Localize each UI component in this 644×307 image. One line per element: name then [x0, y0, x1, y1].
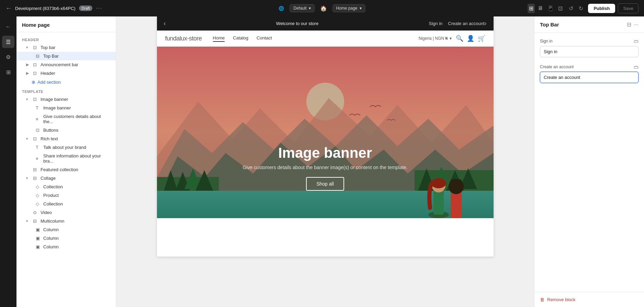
- image-banner-sub-item[interactable]: T Image banner: [16, 104, 116, 112]
- panel-copy-icon[interactable]: ⊟: [627, 21, 631, 28]
- cart-icon[interactable]: 🛒: [478, 35, 485, 42]
- banner-text-overlay: Image banner Give customers details abou…: [157, 145, 494, 191]
- rich-text-group-item[interactable]: ▾ ⊡ Rich text: [16, 134, 116, 143]
- header-label: Header: [41, 71, 110, 76]
- collage-icon: ⊟: [33, 176, 38, 181]
- top-bar-item[interactable]: ⊟ Top Bar: [16, 52, 116, 60]
- more-options-button[interactable]: ···: [96, 5, 102, 11]
- page-title: Home page: [22, 22, 110, 28]
- shop-all-button[interactable]: Shop all: [306, 177, 344, 191]
- multicolumn-group-item[interactable]: ▾ ⊟ Multicolumn: [16, 217, 116, 225]
- collection-icon-1: ◇: [36, 184, 41, 189]
- collection-item-1[interactable]: ◇ Collection: [16, 182, 116, 191]
- featured-collection-item[interactable]: ⊟ Featured collection: [16, 165, 116, 174]
- next-slide-button[interactable]: ›: [485, 20, 487, 27]
- view-toggle-group: ⊞ 🖥 📱 ⊡: [528, 4, 564, 13]
- create-account-link[interactable]: Create an account: [448, 21, 484, 26]
- globe-icon: 🌐: [279, 6, 284, 11]
- back-icon[interactable]: ←: [5, 5, 12, 12]
- talk-about-label: Talk about your brand: [43, 145, 110, 150]
- layout-icon[interactable]: ⊡: [557, 4, 564, 13]
- currency-selector[interactable]: Nigeria | NGN ₦ ▾: [419, 36, 452, 41]
- store-topbar-center: Welcome to our store: [166, 21, 429, 26]
- sidebar-icon-back[interactable]: ←: [2, 21, 14, 33]
- nav-home-link[interactable]: Home: [213, 35, 225, 42]
- create-account-db-icon[interactable]: 🗃: [634, 64, 639, 70]
- collage-group-item[interactable]: ▾ ⊟ Collage: [16, 174, 116, 182]
- redo-button[interactable]: ↻: [577, 4, 585, 13]
- column-item-3[interactable]: ▣ Column: [16, 243, 116, 251]
- sign-in-db-icon[interactable]: 🗃: [634, 38, 639, 44]
- right-panel-body: Sign in 🗃 Create an account 🗃: [534, 33, 644, 292]
- column-item-1[interactable]: ▣ Column: [16, 225, 116, 234]
- top-bar-group-item[interactable]: ▾ ⊡ Top bar: [16, 43, 116, 52]
- preview-area: ‹ Welcome to our store Sign in Create an…: [116, 16, 534, 307]
- rich-text-icon: ⊡: [33, 136, 38, 141]
- video-item-label: Video: [41, 210, 110, 215]
- top-bar-group-icon: ⊡: [33, 45, 38, 50]
- image-banner-group-item[interactable]: ▾ ⊡ Image banner: [16, 95, 116, 104]
- sidebar-icon-sections[interactable]: ☰: [2, 36, 14, 48]
- undo-button[interactable]: ↺: [567, 4, 575, 13]
- save-button[interactable]: Save: [618, 3, 639, 13]
- image-banner-sub-icon: T: [36, 105, 41, 110]
- collection-item-1-label: Collection: [43, 184, 110, 189]
- store-banner: Image banner Give customers details abou…: [157, 47, 494, 218]
- store-topbar-links: Sign in Create an account: [429, 21, 485, 26]
- collapse-icon: ▾: [26, 45, 31, 50]
- top-bar-item-label: Top Bar: [43, 54, 110, 59]
- app-topbar: ← Development (8373b6-x64PC) Draft ··· 🌐…: [0, 0, 644, 16]
- announcement-bar-item[interactable]: ▶ ⊡ Announcement bar: [16, 60, 116, 69]
- store-logo: fundalux-store: [165, 35, 202, 42]
- give-customers-item[interactable]: ≡ Give customers details about the...: [16, 112, 116, 126]
- desktop-icon[interactable]: 🖥: [536, 4, 544, 13]
- sign-in-input[interactable]: [540, 46, 639, 57]
- video-icon: ⊙: [33, 210, 38, 215]
- nav-catalog-link[interactable]: Catalog: [233, 35, 248, 42]
- header-item[interactable]: ▶ ⊡ Header: [16, 69, 116, 78]
- product-item[interactable]: ◇ Product: [16, 191, 116, 200]
- publish-button[interactable]: Publish: [588, 4, 615, 13]
- add-section-button[interactable]: ⊕ Add section: [16, 78, 116, 87]
- header-section-label: Header: [16, 35, 116, 43]
- buttons-label: Buttons: [43, 128, 110, 133]
- share-info-icon: ≡: [36, 156, 41, 161]
- column-item-2[interactable]: ▣ Column: [16, 234, 116, 243]
- nav-contact-link[interactable]: Contact: [257, 35, 272, 42]
- right-panel: Top Bar ⊟ ··· Sign in 🗃 Create an accoun…: [534, 16, 644, 307]
- create-account-input[interactable]: [540, 72, 639, 83]
- collection-item-2[interactable]: ◇ Collection: [16, 200, 116, 208]
- main-layout: ← ☰ ⚙ ⊞ Home page Header ▾ ⊡ Top bar ⊟ T…: [0, 16, 644, 307]
- add-section-plus-icon: ⊕: [32, 80, 35, 85]
- sidebar-icon-panel: ← ☰ ⚙ ⊞: [0, 16, 16, 307]
- sidebar-icon-settings[interactable]: ⚙: [2, 51, 14, 63]
- account-icon[interactable]: 👤: [467, 35, 474, 42]
- left-panel-content: Header ▾ ⊡ Top bar ⊟ Top Bar ▶ ⊡ Announc…: [16, 32, 116, 307]
- preview-scroll[interactable]: ‹ Welcome to our store Sign in Create an…: [116, 16, 534, 307]
- video-item[interactable]: ⊙ Video: [16, 208, 116, 217]
- store-topbar: ‹ Welcome to our store Sign in Create an…: [157, 16, 494, 31]
- column-item-2-label: Column: [43, 236, 110, 241]
- search-icon[interactable]: 🔍: [456, 35, 463, 42]
- undo-redo-group: ↺ ↻: [567, 4, 585, 13]
- home-icon: 🏠: [320, 5, 327, 12]
- share-info-item[interactable]: ≡ Share information about your bra...: [16, 152, 116, 165]
- collapse-icon: ▾: [26, 137, 31, 141]
- default-dropdown[interactable]: Default ▾: [290, 4, 314, 12]
- customize-icon[interactable]: ⊞: [528, 4, 535, 13]
- store-nav: fundalux-store Home Catalog Contact Nige…: [157, 31, 494, 47]
- panel-more-icon[interactable]: ···: [634, 22, 639, 28]
- top-bar-item-icon: ⊟: [36, 54, 41, 59]
- share-info-label: Share information about your bra...: [43, 153, 110, 164]
- image-banner-sub-label: Image banner: [43, 105, 110, 110]
- banner-subtitle: Give customers details about the banner …: [157, 165, 494, 170]
- page-dropdown[interactable]: Home page ▾: [332, 4, 365, 12]
- sidebar-icon-apps[interactable]: ⊞: [2, 66, 14, 78]
- collection-icon-2: ◇: [36, 201, 41, 206]
- buttons-item[interactable]: ⊡ Buttons: [16, 126, 116, 134]
- mobile-icon[interactable]: 📱: [546, 4, 555, 13]
- sign-in-link[interactable]: Sign in: [429, 21, 443, 26]
- talk-about-item[interactable]: T Talk about your brand: [16, 143, 116, 152]
- remove-block-button[interactable]: 🗑 Remove block: [540, 297, 575, 302]
- right-panel-footer: 🗑 Remove block: [534, 292, 644, 307]
